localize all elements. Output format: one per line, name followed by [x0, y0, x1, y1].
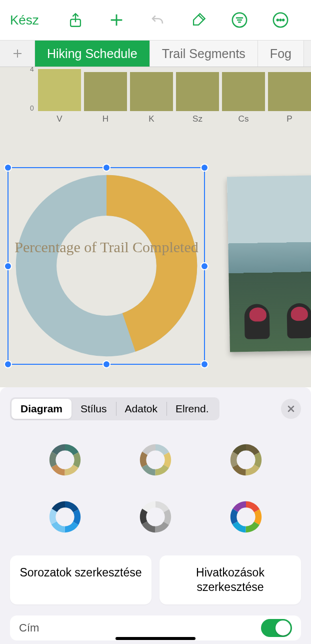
resize-handle[interactable] — [102, 164, 110, 172]
inspector-segmented-control: Diagram Stílus Adatok Elrend. — [10, 397, 220, 420]
x-label: Sz — [176, 114, 219, 124]
x-label: H — [84, 114, 127, 124]
bar — [176, 72, 219, 111]
chart-style-grid — [10, 435, 301, 551]
title-toggle-label: Cím — [19, 621, 39, 634]
edit-references-button[interactable]: Hivatkozások szerkesztése — [160, 555, 301, 604]
x-label: V — [38, 114, 81, 124]
toolbar-icons — [55, 12, 301, 29]
undo-icon[interactable] — [149, 12, 166, 29]
close-inspector-button[interactable] — [281, 399, 301, 419]
tab-fog[interactable]: Fog — [258, 41, 304, 67]
top-toolbar: Kész — [0, 0, 311, 40]
svg-point-4 — [280, 20, 282, 21]
bar — [130, 72, 173, 111]
more-icon[interactable] — [272, 12, 289, 29]
filter-text-icon[interactable] — [231, 12, 248, 29]
chart-style-swatch[interactable] — [136, 440, 175, 479]
title-toggle-row: Cím — [10, 615, 301, 640]
bar — [268, 72, 311, 111]
home-indicator — [116, 637, 196, 640]
title-toggle[interactable] — [261, 619, 292, 637]
tab-hiking-schedule[interactable]: Hiking Schedule — [35, 41, 150, 67]
bar — [38, 69, 81, 111]
bar-chart: 4 0 V H K Sz Cs P — [38, 69, 311, 124]
bar — [222, 72, 265, 111]
chart-style-swatch[interactable] — [226, 440, 266, 479]
svg-point-3 — [277, 20, 278, 21]
chart-style-swatch[interactable] — [226, 497, 266, 536]
tab-diagram[interactable]: Diagram — [12, 399, 72, 419]
resize-handle[interactable] — [4, 360, 12, 368]
canvas[interactable]: 4 0 V H K Sz Cs P Percentage of Trail Co… — [0, 67, 311, 387]
tab-trail-segments[interactable]: Trail Segments — [150, 41, 258, 67]
x-label: Cs — [222, 114, 265, 124]
resize-handle[interactable] — [200, 262, 208, 270]
tab-style[interactable]: Stílus — [72, 399, 116, 419]
resize-handle[interactable] — [4, 164, 12, 172]
bar — [84, 72, 127, 111]
chart-style-swatch[interactable] — [136, 497, 175, 536]
selection-box[interactable] — [8, 167, 205, 365]
x-label: P — [268, 114, 311, 124]
resize-handle[interactable] — [200, 164, 208, 172]
format-brush-icon[interactable] — [190, 12, 207, 29]
sheet-tabs: Hiking Schedule Trail Segments Fog — [0, 40, 311, 67]
resize-handle[interactable] — [200, 360, 208, 368]
x-label: K — [130, 114, 173, 124]
y-tick: 4 — [30, 67, 34, 73]
done-button[interactable]: Kész — [10, 13, 49, 28]
tab-layout[interactable]: Elrend. — [166, 399, 218, 419]
resize-handle[interactable] — [102, 360, 110, 368]
x-axis: V H K Sz Cs P — [38, 114, 311, 124]
resize-handle[interactable] — [4, 262, 12, 270]
svg-point-5 — [282, 20, 284, 21]
tab-data[interactable]: Adatok — [116, 399, 166, 419]
chart-style-swatch[interactable] — [46, 497, 84, 536]
inspector-panel: Diagram Stílus Adatok Elrend. Sorozatok … — [0, 387, 311, 644]
share-icon[interactable] — [67, 12, 84, 29]
chart-style-swatch[interactable] — [46, 440, 84, 479]
add-icon[interactable] — [108, 12, 125, 29]
edit-series-button[interactable]: Sorozatok szerkesztése — [10, 555, 152, 604]
photo-image[interactable] — [227, 175, 311, 352]
add-sheet-button[interactable] — [0, 41, 35, 67]
y-tick: 0 — [30, 104, 34, 112]
